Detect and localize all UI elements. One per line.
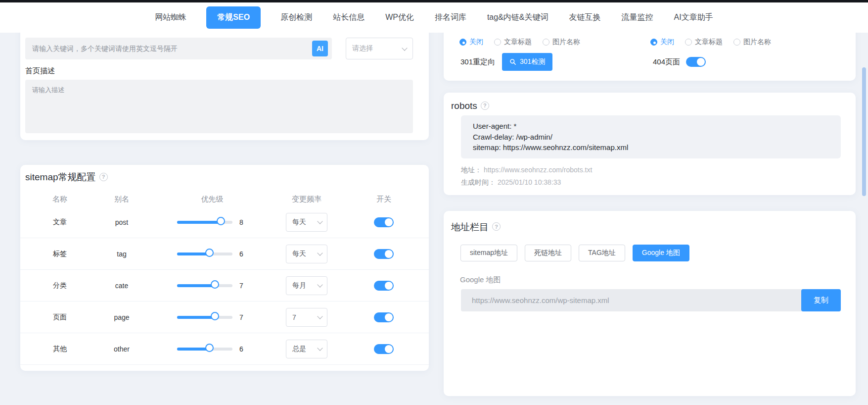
main-content: AI 请选择 首页描述 sitemap常规配置? 名称 别名 优先级 — [0, 33, 868, 405]
tab-originality[interactable]: 原创检测 — [279, 9, 313, 26]
slider-handle[interactable] — [211, 312, 219, 320]
home-description-label: 首页描述 — [25, 66, 413, 76]
google-map-button[interactable]: Google 地图 — [633, 245, 689, 261]
frequency-select[interactable]: 每天 — [286, 213, 327, 232]
frequency-select[interactable]: 每月 — [286, 276, 327, 295]
search-icon — [509, 58, 516, 65]
frequency-select[interactable]: 7 — [286, 308, 327, 327]
robots-card: robots? User-agent: * Crawl-delay: /wp-a… — [444, 93, 856, 195]
frequency-select[interactable]: 总是 — [286, 340, 327, 358]
robots-generated-label: 生成时间： — [461, 178, 496, 186]
tag-url-button[interactable]: TAG地址 — [579, 245, 625, 261]
slider-handle[interactable] — [205, 344, 214, 352]
home-description-textarea[interactable] — [25, 80, 413, 133]
table-row: 其他 other 6 总是 — [20, 333, 429, 365]
sitemap-config-title: sitemap常规配置? — [20, 171, 429, 184]
col-switch: 开关 — [374, 195, 394, 204]
copy-button[interactable]: 复制 — [801, 289, 841, 311]
row-switch-toggle[interactable] — [374, 281, 394, 291]
help-icon[interactable]: ? — [492, 222, 501, 231]
scrollbar-thumb[interactable] — [862, 67, 866, 196]
table-row: 分类 cate 7 每月 — [20, 270, 429, 302]
radio-icon — [494, 39, 501, 46]
priority-slider[interactable] — [177, 316, 232, 319]
radio-label: 关闭 — [469, 38, 483, 47]
row-switch-toggle[interactable] — [374, 312, 394, 322]
tab-rank-words[interactable]: 排名词库 — [434, 9, 467, 26]
table-row: 标签 tag 6 每天 — [20, 238, 429, 270]
row-alias: tag — [87, 250, 156, 258]
check-301-button[interactable]: 301检测 — [502, 53, 552, 71]
priority-value: 6 — [239, 250, 243, 258]
radio-icon — [650, 39, 657, 46]
row-name: 其他 — [33, 345, 87, 354]
tab-spider[interactable]: 网站蜘蛛 — [154, 9, 187, 26]
radio-image-name[interactable]: 图片名称 — [543, 38, 580, 47]
frequency-value: 总是 — [292, 345, 306, 354]
radio-article-title[interactable]: 文章标题 — [494, 38, 532, 47]
row-name: 标签 — [33, 250, 87, 258]
tab-wp-optimize[interactable]: WP优化 — [384, 9, 415, 26]
address-card: 地址栏目? sitemap地址 死链地址 TAG地址 Google 地图 Goo… — [444, 211, 856, 396]
robots-line: Crawl-delay: /wp-admin/ — [473, 132, 829, 143]
keywords-input[interactable] — [32, 45, 306, 52]
col-name: 名称 — [33, 195, 87, 204]
keywords-select[interactable]: 请选择 — [346, 38, 413, 59]
redirect-card: 关闭 文章标题 图片名称 关闭 — [444, 33, 856, 81]
keywords-input-wrap: AI — [25, 38, 332, 59]
chevron-down-icon — [317, 218, 322, 224]
table-row: 页面 page 7 7 — [20, 302, 429, 333]
robots-title: robots? — [451, 101, 841, 111]
page-404-toggle[interactable] — [686, 57, 706, 67]
sitemap-url-button[interactable]: sitemap地址 — [460, 245, 517, 261]
dead-link-button[interactable]: 死链地址 — [525, 245, 571, 261]
slider-handle[interactable] — [211, 280, 219, 289]
tab-tag-links[interactable]: tag&内链&关键词 — [486, 9, 549, 26]
tab-general-seo[interactable]: 常规SEO — [206, 6, 261, 29]
row-alias: page — [87, 313, 156, 321]
chevron-down-icon — [317, 345, 322, 351]
row-switch-toggle[interactable] — [374, 249, 394, 259]
frequency-select[interactable]: 每天 — [286, 245, 327, 263]
priority-slider[interactable] — [177, 284, 232, 287]
row-switch-toggle[interactable] — [374, 217, 394, 227]
row-switch-toggle[interactable] — [374, 344, 394, 354]
radio-label: 关闭 — [660, 38, 674, 47]
frequency-value: 7 — [292, 313, 296, 321]
keywords-select-value: 请选择 — [352, 44, 373, 53]
robots-content-box: User-agent: * Crawl-delay: /wp-admin/ si… — [461, 115, 841, 158]
row-alias: post — [87, 218, 156, 226]
row-name: 页面 — [33, 313, 87, 322]
radio-icon — [685, 39, 692, 46]
row-name: 文章 — [33, 218, 87, 227]
radio-image-name[interactable]: 图片名称 — [733, 38, 771, 47]
radio-icon — [733, 39, 740, 46]
sitemap-url-bar: https://www.seohnzz.com/wp-sitemap.xml 复… — [461, 289, 841, 311]
priority-slider[interactable] — [177, 253, 232, 255]
priority-value: 6 — [239, 345, 243, 353]
priority-slider[interactable] — [177, 348, 232, 351]
sitemap-url-text: https://www.seohnzz.com/wp-sitemap.xml — [472, 296, 609, 304]
help-icon[interactable]: ? — [481, 101, 489, 110]
radio-article-title[interactable]: 文章标题 — [685, 38, 723, 47]
frequency-value: 每天 — [292, 218, 306, 227]
table-row: 文章 post 8 每天 — [20, 206, 429, 238]
radio-close[interactable]: 关闭 — [650, 38, 674, 47]
redirect-301-label: 301重定向 — [460, 57, 495, 67]
radio-close[interactable]: 关闭 — [459, 38, 483, 47]
tab-traffic[interactable]: 流量监控 — [621, 9, 654, 26]
tab-ai-writer[interactable]: AI文章助手 — [673, 9, 714, 26]
alt-radio-group-right: 关闭 文章标题 图片名称 — [650, 38, 771, 47]
help-icon[interactable]: ? — [99, 173, 108, 181]
tab-webmaster[interactable]: 站长信息 — [332, 9, 365, 26]
chevron-down-icon — [317, 313, 322, 319]
google-map-label: Google 地图 — [460, 275, 841, 285]
tab-friend-links[interactable]: 友链互换 — [568, 9, 602, 26]
ai-generate-button[interactable]: AI — [312, 41, 328, 56]
slider-handle[interactable] — [205, 249, 214, 257]
slider-handle[interactable] — [217, 217, 225, 225]
frequency-value: 每天 — [292, 250, 306, 258]
sitemap-config-title-text: sitemap常规配置 — [25, 172, 96, 182]
robots-address-label: 地址： — [461, 166, 482, 174]
priority-slider[interactable] — [177, 221, 232, 224]
